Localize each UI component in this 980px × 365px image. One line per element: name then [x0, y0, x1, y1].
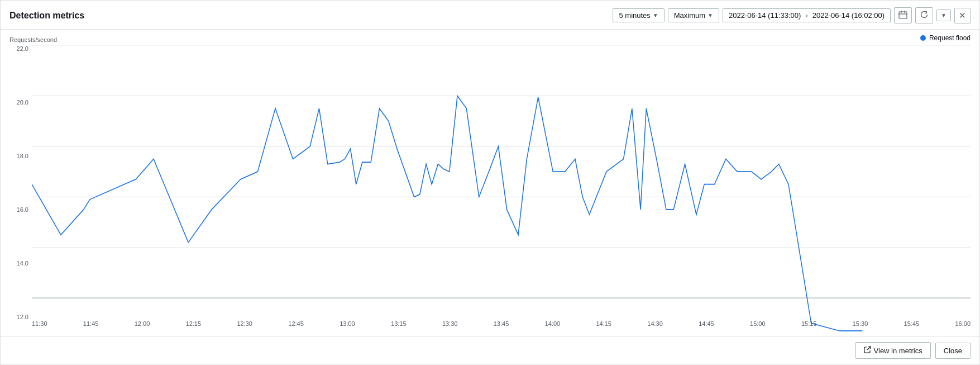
external-link-icon	[864, 346, 871, 355]
legend-label: Request flood	[929, 34, 971, 42]
x-tick-1330: 13:30	[442, 320, 458, 336]
x-tick-1400: 14:00	[545, 320, 561, 336]
chart-area: Requests/second Request flood 22.0 20.0 …	[1, 30, 979, 336]
x-tick-1415: 14:15	[596, 320, 611, 336]
x-tick-1530: 15:30	[853, 320, 868, 336]
x-tick-1345: 13:45	[494, 320, 509, 336]
chart-inner: 11:30 11:45 12:00 12:15 12:30 12:45 13:0…	[32, 45, 971, 336]
x-tick-1500: 15:00	[750, 320, 766, 336]
y-tick-20: 20.0	[17, 99, 28, 106]
x-axis: 11:30 11:45 12:00 12:15 12:30 12:45 13:0…	[32, 320, 971, 336]
controls-bar: 5 minutes ▼ Maximum ▼ 2022-06-14 (11:33:…	[613, 7, 971, 23]
close-panel-button[interactable]: Close	[935, 343, 971, 359]
y-tick-22: 22.0	[17, 45, 28, 52]
y-tick-12: 12.0	[17, 314, 28, 320]
date-range-arrow-icon: ›	[805, 11, 807, 20]
x-tick-1200: 12:00	[135, 320, 150, 336]
dropdown-button[interactable]: ▼	[936, 10, 951, 21]
panel-footer: View in metrics Close	[1, 336, 979, 364]
interval-caret-icon: ▼	[653, 12, 658, 18]
chart-container: 22.0 20.0 18.0 16.0 14.0 12.0	[9, 45, 971, 336]
x-tick-1300: 13:00	[340, 320, 355, 336]
chart-svg	[32, 45, 971, 336]
start-time-label: 2022-06-14 (11:33:00)	[729, 11, 801, 20]
svg-rect-0	[899, 12, 907, 18]
y-tick-16: 16.0	[17, 206, 28, 213]
view-in-metrics-label: View in metrics	[874, 347, 922, 355]
x-tick-1215: 12:15	[186, 320, 202, 336]
x-tick-1600: 16:00	[955, 320, 971, 336]
x-tick-1130: 11:30	[32, 320, 47, 336]
x-tick-1515: 15:15	[801, 320, 817, 336]
end-time-label: 2022-06-14 (16:02:00)	[812, 11, 885, 20]
detection-metrics-panel: Detection metrics 5 minutes ▼ Maximum ▼ …	[0, 0, 980, 365]
interval-button[interactable]: 5 minutes ▼	[613, 8, 664, 22]
x-tick-1445: 14:45	[699, 320, 714, 336]
calendar-icon	[898, 10, 907, 21]
y-axis: 22.0 20.0 18.0 16.0 14.0 12.0	[9, 45, 32, 336]
panel-header: Detection metrics 5 minutes ▼ Maximum ▼ …	[1, 1, 979, 30]
calendar-button[interactable]	[894, 7, 912, 23]
x-tick-1430: 14:30	[647, 320, 663, 336]
y-tick-18: 18.0	[17, 153, 28, 159]
x-tick-1230: 12:30	[237, 320, 252, 336]
view-in-metrics-button[interactable]: View in metrics	[855, 342, 931, 359]
x-tick-1145: 11:45	[83, 320, 99, 336]
close-icon: ✕	[959, 11, 966, 21]
legend-color-dot	[920, 35, 926, 41]
x-tick-1545: 15:45	[904, 320, 920, 336]
stat-button[interactable]: Maximum ▼	[668, 8, 719, 22]
chart-legend: Request flood	[920, 34, 971, 42]
refresh-icon	[920, 10, 929, 21]
interval-label: 5 minutes	[619, 11, 650, 20]
close-panel-label: Close	[944, 347, 962, 355]
y-axis-label: Requests/second	[9, 36, 971, 43]
stat-label: Maximum	[674, 11, 705, 20]
close-button[interactable]: ✕	[954, 8, 971, 23]
x-tick-1315: 13:15	[391, 320, 407, 336]
stat-caret-icon: ▼	[707, 12, 713, 18]
x-tick-1245: 12:45	[288, 320, 304, 336]
date-range-selector[interactable]: 2022-06-14 (11:33:00) › 2022-06-14 (16:0…	[723, 8, 891, 22]
svg-line-11	[867, 347, 871, 350]
more-options-icon: ▼	[941, 12, 946, 18]
y-tick-14: 14.0	[17, 260, 28, 267]
refresh-button[interactable]	[915, 7, 933, 23]
panel-title: Detection metrics	[9, 11, 84, 21]
